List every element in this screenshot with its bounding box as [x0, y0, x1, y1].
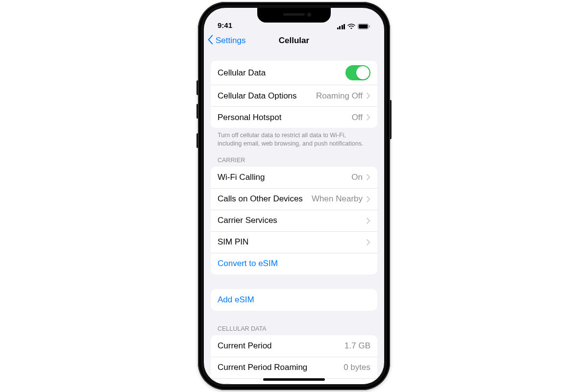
back-label: Settings [216, 36, 245, 46]
current-period-label: Current Period [218, 341, 344, 351]
page-title: Cellular [279, 36, 309, 46]
chevron-right-icon [367, 174, 370, 180]
current-period-row: Current Period 1.7 GB [211, 335, 377, 357]
chevron-right-icon [367, 93, 370, 99]
current-period-roaming-value: 0 bytes [343, 363, 370, 372]
svg-rect-1 [359, 24, 368, 28]
settings-content[interactable]: Cellular Data Cellular Data Options Roam… [204, 51, 384, 384]
cellular-data-row[interactable]: Cellular Data [211, 61, 377, 85]
home-indicator[interactable] [263, 378, 325, 381]
cellular-data-options-value: Roaming Off [316, 91, 363, 101]
cellular-footer: Turn off cellular data to restrict all d… [211, 128, 377, 148]
carrier-header: Carrier [211, 148, 377, 167]
back-button[interactable]: Settings [208, 30, 245, 51]
wifi-calling-value: On [351, 172, 363, 182]
calls-other-devices-value: When Nearby [312, 194, 363, 204]
status-time: 9:41 [218, 21, 232, 29]
cellular-signal-icon [337, 24, 345, 29]
status-indicators [337, 24, 371, 29]
convert-esim-row[interactable]: Convert to eSIM [211, 253, 377, 274]
phone-device-frame: 9:41 [198, 2, 390, 390]
cellular-main-group: Cellular Data Cellular Data Options Roam… [211, 61, 377, 128]
personal-hotspot-row[interactable]: Personal Hotspot Off [211, 106, 377, 128]
phone-screen: 9:41 [204, 8, 384, 384]
cellular-data-options-label: Cellular Data Options [218, 91, 316, 101]
personal-hotspot-value: Off [352, 113, 363, 122]
add-esim-group: Add eSIM [211, 289, 377, 311]
wifi-calling-label: Wi-Fi Calling [218, 172, 351, 182]
svg-rect-2 [369, 25, 369, 27]
cellular-data-label: Cellular Data [218, 68, 345, 78]
cellular-data-header: Cellular Data [211, 311, 377, 335]
current-period-roaming-row: Current Period Roaming 0 bytes [211, 357, 377, 378]
personal-hotspot-label: Personal Hotspot [218, 113, 352, 122]
wifi-icon [347, 24, 355, 29]
add-esim-label: Add eSIM [218, 295, 370, 305]
add-esim-row[interactable]: Add eSIM [211, 289, 377, 311]
chevron-right-icon [367, 196, 370, 202]
battery-icon [358, 24, 370, 29]
current-period-value: 1.7 GB [344, 341, 370, 351]
current-period-roaming-label: Current Period Roaming [218, 363, 343, 372]
sim-pin-row[interactable]: SIM PIN [211, 231, 377, 253]
cellular-data-options-row[interactable]: Cellular Data Options Roaming Off [211, 85, 377, 106]
chevron-right-icon [367, 114, 370, 121]
cellular-data-toggle[interactable] [345, 65, 370, 80]
wifi-calling-row[interactable]: Wi-Fi Calling On [211, 167, 377, 188]
chevron-right-icon [367, 218, 370, 224]
chevron-left-icon [208, 35, 214, 47]
sim-pin-label: SIM PIN [218, 237, 367, 247]
nav-bar: Settings Cellular [204, 30, 384, 51]
data-usage-group: Current Period 1.7 GB Current Period Roa… [211, 335, 377, 384]
calls-other-devices-row[interactable]: Calls on Other Devices When Nearby [211, 188, 377, 210]
device-notch [257, 8, 331, 23]
convert-esim-label: Convert to eSIM [218, 259, 370, 269]
chevron-right-icon [367, 239, 370, 245]
carrier-services-label: Carrier Services [218, 216, 367, 225]
carrier-services-row[interactable]: Carrier Services [211, 210, 377, 231]
gear-icon [218, 383, 232, 384]
calls-other-devices-label: Calls on Other Devices [218, 194, 312, 204]
carrier-group: Wi-Fi Calling On Calls on Other Devices … [211, 167, 377, 274]
